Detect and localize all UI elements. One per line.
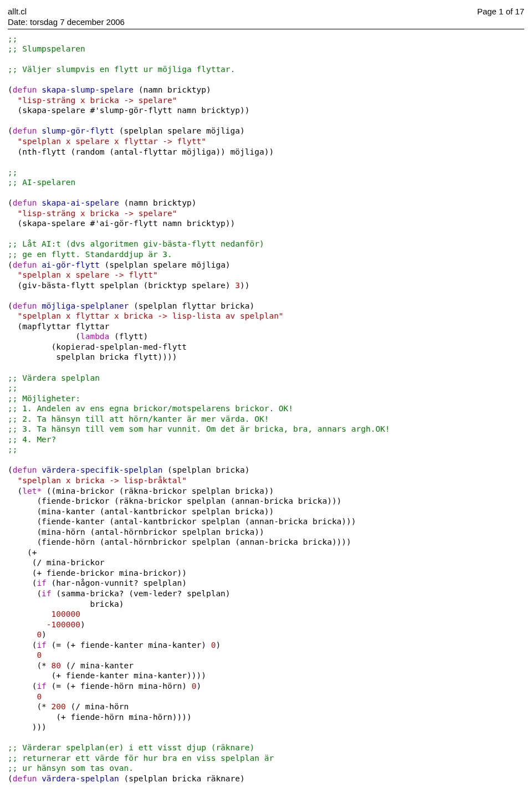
page-number: Page 1 of 17 <box>477 7 524 16</box>
code-line: (mapflyttar flyttar <box>8 322 109 331</box>
string: "lisp-sträng x bricka -> spelare" <box>8 209 177 218</box>
keyword: defun <box>13 126 37 135</box>
string: "spelplan x spelare -> flytt" <box>8 270 158 279</box>
code-line: (nth-flytt (random (antal-flyttar möjlig… <box>8 147 274 156</box>
code-line: (mina-kanter (antal-kantbrickor spelplan… <box>8 507 274 516</box>
keyword: defun <box>13 260 37 269</box>
comment: ;; <box>8 168 17 177</box>
number: 200 <box>52 702 66 711</box>
code-line: (fiende-hörn (antal-hörnbrickor spelplan… <box>8 538 351 546</box>
code-line: (+ <box>8 548 37 557</box>
code-line: bricka) <box>8 600 124 608</box>
code-line: ) <box>42 630 47 639</box>
code-line: (+ fiende-hörn mina-hörn)))) <box>8 713 192 722</box>
number: 3 <box>235 281 240 290</box>
args: (spelplan bricka) <box>162 465 249 474</box>
args: (spelplan spelare möjliga) <box>114 126 245 135</box>
code-line: ) <box>197 682 202 690</box>
keyword: let* <box>22 487 42 495</box>
keyword: if <box>37 641 46 649</box>
code-line: (har-någon-vunnit? spelplan) <box>47 579 187 587</box>
keyword: lambda <box>80 332 109 341</box>
comment: ;; <box>8 445 17 454</box>
code-line: (/ mina-hörn <box>66 702 129 711</box>
number: -100000 <box>8 620 80 629</box>
comment: ;; ge en flytt. Standarddjup är 3. <box>8 250 172 259</box>
string: "spelplan x spelare x flyttar -> flytt" <box>8 137 206 146</box>
keyword: if <box>37 682 46 690</box>
function-name: värdera-specifik-spelplan <box>42 465 162 474</box>
comment: ;; 1. Andelen av ens egna brickor/motspe… <box>8 404 293 413</box>
code-line: (samma-bricka? (vem-leder? spelplan) <box>52 589 231 598</box>
code-line: (+ fiende-kanter mina-kanter)))) <box>8 671 206 680</box>
comment: ;; Väljer slumpvis en flytt ur möjliga f… <box>8 65 235 74</box>
header-right: Page 1 of 17 <box>477 7 524 17</box>
comment: ;; Värderar spelplan(er) i ett visst dju… <box>8 743 254 752</box>
number: 0 <box>8 630 42 639</box>
comment: ;; <box>8 34 17 43</box>
code-line: ) <box>216 641 221 649</box>
code-line: (giv-bästa-flytt spelplan (bricktyp spel… <box>8 281 235 290</box>
keyword: if <box>42 589 51 598</box>
comment: ;; ur hänsyn som tas ovan. <box>8 764 134 772</box>
number: 0 <box>192 682 197 690</box>
function-name: skapa-ai-spelare <box>42 198 119 207</box>
function-name: skapa-slump-spelare <box>42 85 134 94</box>
code-line: (fiende-kanter (antal-kantbrickor spelpl… <box>8 517 356 526</box>
code-line: (/ mina-brickor <box>8 558 105 567</box>
code-line: (/ mina-kanter <box>61 661 134 670</box>
number: 100000 <box>8 610 80 618</box>
code-line: ))) <box>8 723 47 731</box>
code-line: )) <box>240 281 249 290</box>
code-line: spelplan bricka flytt)))) <box>8 352 177 361</box>
comment: ;; Möjligheter: <box>8 394 80 403</box>
comment: ;; <box>8 383 17 392</box>
keyword: defun <box>13 198 37 207</box>
comment: ;; AI-spelaren <box>8 178 75 187</box>
args: (spelplan bricka räknare) <box>119 774 245 783</box>
page-header: allt.cl Date: torsdag 7 december 2006 Pa… <box>8 7 524 29</box>
code-line: (skapa-spelare #'ai-gör-flytt namn brick… <box>8 219 235 228</box>
code-line: (+ fiende-brickor mina-brickor)) <box>8 569 187 577</box>
date-label: Date: torsdag 7 december 2006 <box>8 17 125 28</box>
code-line: ( <box>8 332 80 341</box>
keyword: defun <box>13 774 37 783</box>
filename: allt.cl <box>8 7 125 17</box>
header-left: allt.cl Date: torsdag 7 december 2006 <box>8 7 125 28</box>
code-listing: ;; ;; Slumpspelaren ;; Väljer slumpvis e… <box>8 34 524 784</box>
args: (namn bricktyp) <box>134 85 211 94</box>
code-line: (= (+ fiende-hörn mina-hörn) <box>47 682 192 690</box>
comment: ;; returnerar ett värde för hur bra en v… <box>8 754 274 763</box>
args: (namn bricktyp) <box>119 198 197 207</box>
args: (spelplan flyttar bricka) <box>129 301 254 310</box>
args: (spelplan spelare möjliga) <box>100 260 231 269</box>
comment: ;; Låt AI:t (dvs algoritmen giv-bästa-fl… <box>8 239 264 248</box>
code-line: ((mina-brickor (räkna-brickor spelplan b… <box>42 487 274 495</box>
keyword: defun <box>13 301 37 310</box>
code-line: (mina-hörn (antal-hörnbrickor spelplan b… <box>8 528 264 536</box>
code-line: (skapa-spelare #'slump-gör-flytt namn br… <box>8 106 250 115</box>
function-name: möjliga-spelplaner <box>42 301 129 310</box>
comment: ;; Värdera spelplan <box>8 374 100 382</box>
function-name: ai-gör-flytt <box>42 260 100 269</box>
string: "spelplan x flyttar x bricka -> lisp-lis… <box>8 311 284 320</box>
function-name: slump-gör-flytt <box>42 126 114 135</box>
number: 0 <box>8 651 42 659</box>
string: "lisp-sträng x bricka -> spelare" <box>8 96 177 105</box>
number: 0 <box>8 692 42 701</box>
code-line: (= (+ fiende-kanter mina-kanter) <box>47 641 211 649</box>
code-line: (flytt) <box>109 332 148 341</box>
code-line: (fiende-brickor (räkna-brickor spelplan … <box>8 497 341 505</box>
comment: ;; 4. Mer? <box>8 435 56 444</box>
comment: ;; 3. Ta hänsyn till vem som har vunnit.… <box>8 424 390 433</box>
comment: ;; Slumpspelaren <box>8 44 85 53</box>
string: "spelplan x bricka -> lisp-bråktal" <box>8 476 187 485</box>
number: 80 <box>52 661 61 670</box>
code-line: (kopierad-spelplan-med-flytt <box>8 342 187 351</box>
comment: ;; 2. Ta hänsyn till att hörn/kanter är … <box>8 415 269 423</box>
keyword: if <box>37 579 46 587</box>
code-line: ) <box>80 620 85 629</box>
function-name: värdera-spelplan <box>42 774 119 783</box>
keyword: defun <box>13 465 37 474</box>
keyword: defun <box>13 85 37 94</box>
